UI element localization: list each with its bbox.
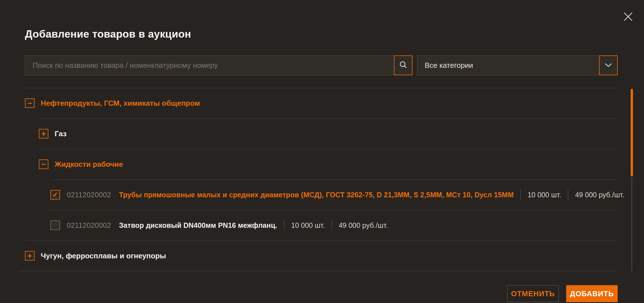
- search-icon: [399, 60, 408, 70]
- checkbox-unchecked[interactable]: [50, 220, 60, 230]
- product-unit-price: 49 000 руб./шт.: [339, 221, 388, 230]
- expand-button[interactable]: +: [25, 251, 35, 261]
- close-icon: [623, 12, 633, 22]
- search-input[interactable]: [25, 56, 412, 75]
- expand-button[interactable]: +: [39, 129, 48, 138]
- search-box: [25, 55, 413, 75]
- tree-row-category: − Жидкости рабочие: [25, 149, 618, 179]
- plus-icon: +: [41, 130, 46, 137]
- category-select-value: Все категории: [425, 61, 473, 70]
- tree-row-category: + Газ: [25, 118, 618, 149]
- close-button[interactable]: [622, 11, 634, 23]
- checkbox-checked[interactable]: ✓: [50, 190, 60, 200]
- cancel-button[interactable]: ОТМЕНИТЬ: [507, 285, 559, 302]
- category-label[interactable]: Нефтепродукты, ГСМ, химикаты общепром: [41, 99, 200, 108]
- modal-title: Добавление товаров в аукцион: [25, 28, 618, 40]
- vertical-divider: [332, 220, 332, 231]
- product-code: 02112020002: [67, 221, 111, 230]
- category-label[interactable]: Чугун, ферросплавы и огнеупоры: [41, 252, 166, 260]
- vertical-divider: [520, 189, 521, 200]
- product-quantity: 10 000 шт.: [291, 221, 325, 230]
- check-icon: ✓: [52, 191, 58, 198]
- vertical-divider: [568, 189, 568, 200]
- chevron-down-icon: [604, 63, 612, 68]
- minus-icon: −: [41, 161, 46, 168]
- category-label[interactable]: Газ: [55, 129, 66, 138]
- vertical-divider: [284, 220, 284, 231]
- category-label[interactable]: Жидкости рабочие: [55, 160, 123, 169]
- tree-row-category: + Чугун, ферросплавы и огнеупоры: [25, 241, 618, 271]
- product-unit-price: 49 000 руб./шт.: [575, 191, 624, 199]
- tree-row-product: ✓ 02112020002 Трубы прямошовные малых и …: [25, 179, 618, 210]
- footer-actions: ОТМЕНИТЬ ДОБАВИТЬ: [25, 285, 618, 302]
- search-button[interactable]: [394, 55, 413, 75]
- tree-row-product: 02112020002 Затвор дисковый DN400мм PN16…: [25, 210, 618, 241]
- scrollbar-thumb[interactable]: [631, 89, 633, 176]
- category-select-toggle[interactable]: [599, 55, 618, 75]
- collapse-button[interactable]: −: [25, 98, 35, 108]
- collapse-button[interactable]: −: [39, 159, 48, 169]
- tree-row-category: − Нефтепродукты, ГСМ, химикаты общепром: [25, 88, 618, 118]
- list-bottom-divider: [18, 271, 618, 271]
- filters-bar: Все категории: [25, 55, 618, 75]
- product-code: 02112020002: [67, 191, 111, 199]
- add-button[interactable]: ДОБАВИТЬ: [566, 285, 618, 302]
- product-quantity: 10 000 шт.: [527, 191, 561, 199]
- product-name: Затвор дисковый DN400мм PN16 межфланц.: [119, 221, 277, 230]
- minus-icon: −: [27, 99, 32, 107]
- category-tree: − Нефтепродукты, ГСМ, химикаты общепром …: [25, 88, 618, 271]
- plus-icon: +: [27, 252, 32, 259]
- product-name-link[interactable]: Трубы прямошовные малых и средних диамет…: [119, 191, 514, 199]
- category-select[interactable]: Все категории: [417, 55, 618, 75]
